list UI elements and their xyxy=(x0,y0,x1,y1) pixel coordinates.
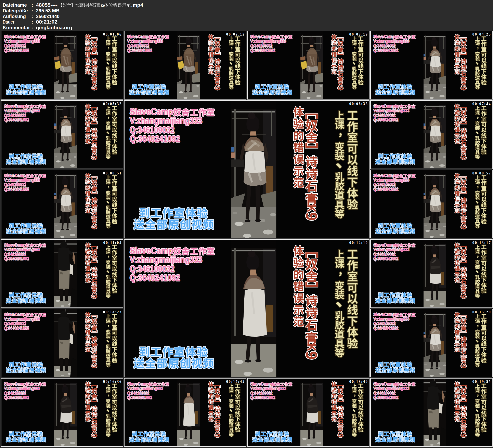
svg-text:00:07:44: 00:07:44 xyxy=(472,102,491,106)
svg-text::: : xyxy=(32,8,33,13)
svg-text::: : xyxy=(32,2,33,8)
svg-text:00:02:12: 00:02:12 xyxy=(226,32,245,36)
svg-text:qinglanhua.org: qinglanhua.org xyxy=(36,25,72,30)
svg-text:2560x1440: 2560x1440 xyxy=(36,14,59,19)
svg-text:00:03:19: 00:03:19 xyxy=(349,32,368,36)
svg-text:00:01:06: 00:01:06 xyxy=(103,32,122,36)
svg-text:00:16:36: 00:16:36 xyxy=(103,380,122,384)
svg-text:00:15:29: 00:15:29 xyxy=(472,310,491,314)
svg-text:00:12:10: 00:12:10 xyxy=(349,241,368,245)
svg-text:00:18:49: 00:18:49 xyxy=(349,380,368,384)
svg-text:00:21:02: 00:21:02 xyxy=(36,19,57,24)
svg-text:00:11:04: 00:11:04 xyxy=(103,241,122,245)
svg-text:295.53 MB: 295.53 MB xyxy=(36,8,59,13)
svg-text:00:08:51: 00:08:51 xyxy=(103,171,122,175)
svg-text:00:19:55: 00:19:55 xyxy=(472,380,491,384)
svg-text:Dateigröße: Dateigröße xyxy=(3,8,28,13)
svg-text:48055----: 48055---- xyxy=(36,2,57,8)
svg-text:00:14:23: 00:14:23 xyxy=(103,310,122,314)
svg-text:00:06:38: 00:06:38 xyxy=(349,102,368,106)
svg-text:00:05:32: 00:05:32 xyxy=(103,102,122,106)
svg-text:00:13:17: 00:13:17 xyxy=(472,241,491,245)
svg-text:K9: K9 xyxy=(101,4,105,7)
svg-text:Dateiname: Dateiname xyxy=(3,2,27,8)
svg-text:Kommentar: Kommentar xyxy=(3,25,30,30)
svg-text:.mp4: .mp4 xyxy=(131,2,143,8)
svg-text:00:04:25: 00:04:25 xyxy=(472,32,491,36)
svg-text:Auflösung: Auflösung xyxy=(3,14,26,19)
svg-text:Dauer: Dauer xyxy=(3,19,14,24)
svg-text::: : xyxy=(32,25,33,30)
svg-text:00:17:42: 00:17:42 xyxy=(226,380,245,384)
svg-text::: : xyxy=(32,19,33,24)
svg-text::: : xyxy=(32,14,33,19)
svg-text:00:09:57: 00:09:57 xyxy=(472,171,491,175)
